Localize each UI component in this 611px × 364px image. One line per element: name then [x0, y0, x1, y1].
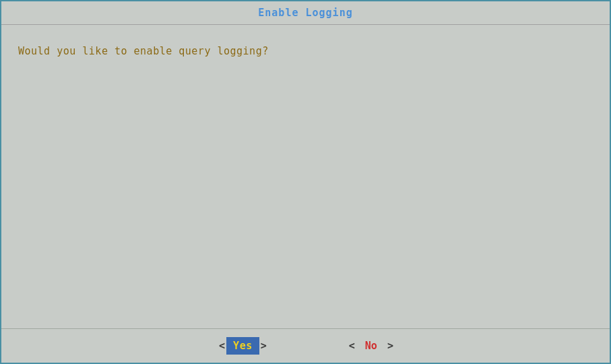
yes-button[interactable]: Yes: [226, 337, 259, 355]
yes-bracket-right: >: [259, 337, 268, 355]
window-title: Enable Logging: [258, 7, 352, 19]
no-button-container[interactable]: < No >: [349, 337, 393, 355]
yes-bracket-left: <: [218, 337, 226, 355]
content-area: Would you like to enable query logging?: [1, 25, 610, 328]
question-text: Would you like to enable query logging?: [18, 45, 269, 57]
no-bracket-left: <: [349, 340, 355, 352]
title-bar: Enable Logging: [1, 1, 610, 25]
button-bar: < Yes > < No >: [1, 328, 610, 363]
no-bracket-right: >: [387, 340, 393, 352]
yes-button-container[interactable]: < Yes >: [218, 337, 268, 355]
no-button[interactable]: No: [361, 337, 381, 355]
dialog-window: Enable Logging Would you like to enable …: [0, 0, 611, 364]
